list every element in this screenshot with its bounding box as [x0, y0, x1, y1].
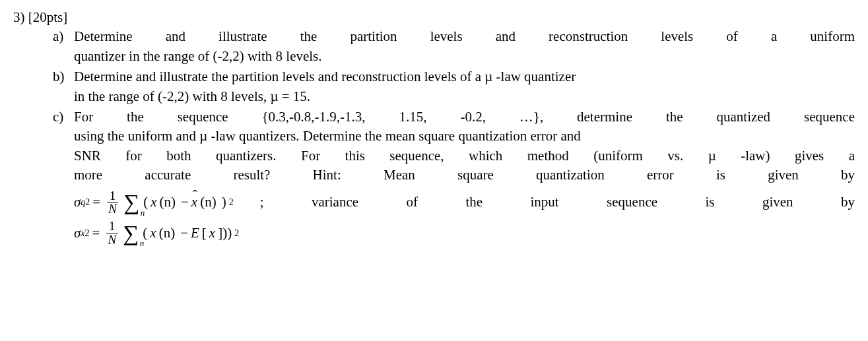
eq-sign2: = — [92, 224, 100, 243]
minus-sign: − — [181, 193, 189, 212]
x-hat: x — [191, 193, 197, 212]
part-c: c) For the sequence {0.3,-0.8,-1.9,-1.3,… — [53, 108, 855, 251]
n-arg3: (n) — [159, 224, 176, 243]
frac-1-n: 1 N — [106, 189, 119, 216]
outer-sup: 2 — [229, 196, 234, 209]
paren-close: ) — [222, 193, 226, 212]
part-c-line4: more accurate result? Hint: Mean square … — [74, 166, 855, 185]
question-points: [20pts] — [28, 9, 68, 25]
formula1: σq2 = 1 N ∑n (x(n) − x(n))2 — [74, 189, 234, 216]
part-c-line1: For the sequence {0.3,-0.8,-1.9,-1.3, 1.… — [74, 108, 855, 127]
sum-sub: n — [141, 209, 145, 217]
part-c-label: c) — [53, 108, 74, 251]
question-number: 3) — [13, 9, 25, 25]
part-b: b) Determine and illustrate the partitio… — [53, 67, 855, 106]
part-b-line1: Determine and illustrate the partition l… — [74, 67, 855, 86]
part-c-line3: SNR for both quantizers. For this sequen… — [74, 146, 855, 166]
part-c-body: For the sequence {0.3,-0.8,-1.9,-1.3, 1.… — [74, 108, 855, 251]
part-b-label: b) — [53, 67, 74, 106]
frac-num: 1 — [107, 189, 119, 203]
x-var: x — [150, 193, 156, 212]
part-a-label: a) — [53, 27, 74, 66]
n-arg: (n) — [159, 193, 176, 212]
bracket-open: [ — [202, 224, 207, 243]
x-var3: x — [209, 224, 215, 243]
part-c-line2: using the uniform and µ -law quantizers.… — [74, 127, 855, 146]
part-b-body: Determine and illustrate the partition l… — [74, 67, 855, 106]
part-a-line2: quantizer in the range of (-2,2) with 8 … — [74, 47, 855, 66]
eq-sign: = — [92, 193, 100, 212]
frac-1-n2: 1 N — [105, 220, 119, 247]
frac-den: N — [106, 202, 119, 216]
part-a-line1: Determine and illustrate the partition l… — [74, 27, 855, 46]
sigma-sup-2b: 2 — [85, 227, 90, 240]
sum-icon: ∑n — [123, 193, 139, 213]
sigma-sup-2: 2 — [85, 196, 90, 209]
formula2-row: σx2 = 1 N ∑n (x(n) − E[x]))2 — [74, 220, 855, 247]
minus-sign2: − — [180, 224, 188, 243]
part-a: a) Determine and illustrate the partitio… — [53, 27, 855, 66]
sigma-sub-q: q — [81, 196, 85, 209]
part-b-line2: in the range of (-2,2) with 8 levels, µ … — [74, 87, 855, 106]
n-arg2: (n) — [200, 193, 217, 212]
part-a-body: Determine and illustrate the partition l… — [74, 27, 855, 66]
frac-den2: N — [105, 233, 119, 247]
outer-sup2: 2 — [234, 227, 239, 240]
bracket-close: ])) — [218, 224, 232, 243]
sigma-var: σ — [74, 193, 81, 212]
parts-container: a) Determine and illustrate the partitio… — [53, 27, 855, 251]
E-var: E — [191, 224, 199, 243]
sigma-var2: σ — [74, 224, 81, 243]
sum-icon2: ∑n — [123, 224, 139, 244]
sum-sub2: n — [140, 239, 145, 247]
formula2: σx2 = 1 N ∑n (x(n) − E[x]))2 — [74, 220, 239, 247]
formula1-row: σq2 = 1 N ∑n (x(n) − x(n))2 ; variance o… — [74, 189, 855, 216]
question-header: 3) [20pts] — [13, 8, 855, 27]
frac-num2: 1 — [106, 220, 118, 233]
x-var2: x — [150, 224, 156, 243]
between-text: ; variance of the input sequence is give… — [260, 193, 855, 212]
